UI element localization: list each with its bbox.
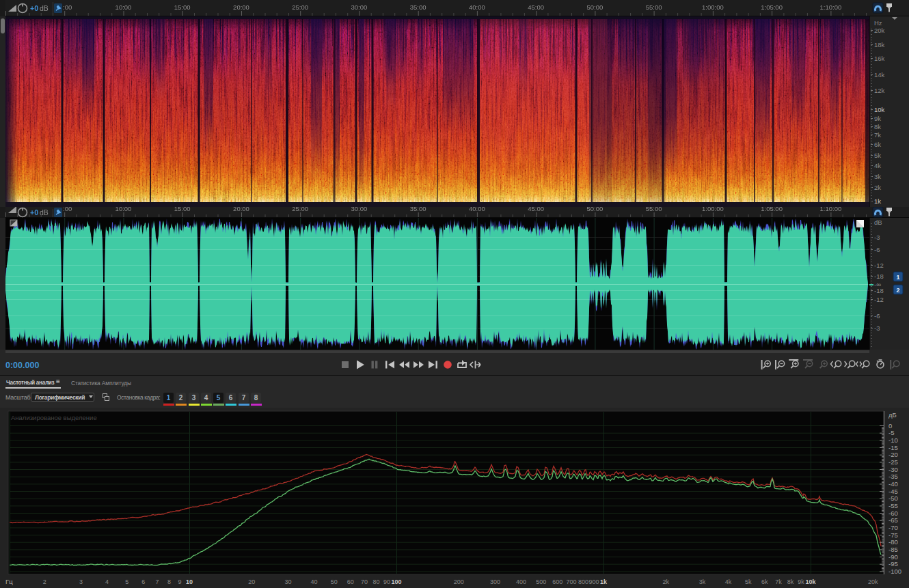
svg-text:Анализированое выделение: Анализированое выделение <box>11 414 97 421</box>
svg-text:10:00: 10:00 <box>116 3 132 11</box>
svg-text:700: 700 <box>567 578 577 585</box>
svg-text:40:00: 40:00 <box>469 3 485 11</box>
svg-text:1:00:00: 1:00:00 <box>702 3 724 11</box>
svg-text:4k: 4k <box>725 578 732 585</box>
svg-text:7: 7 <box>156 578 159 585</box>
svg-text:25:00: 25:00 <box>292 3 308 11</box>
svg-text::00: :00 <box>63 207 72 212</box>
svg-text:-6: -6 <box>874 246 880 253</box>
svg-text:1k: 1k <box>874 197 881 205</box>
svg-text::00: :00 <box>63 3 72 11</box>
svg-text:-95: -95 <box>888 560 898 568</box>
svg-text:8k: 8k <box>787 578 794 585</box>
svg-text:-100: -100 <box>888 568 901 575</box>
svg-text:20k: 20k <box>874 27 885 34</box>
svg-text:1:10:00: 1:10:00 <box>820 3 842 11</box>
svg-text:дБ: дБ <box>888 411 897 419</box>
svg-text:8k: 8k <box>874 123 881 130</box>
svg-text:55:00: 55:00 <box>646 207 662 212</box>
svg-text:dB: dB <box>40 4 49 12</box>
svg-text:80: 80 <box>373 578 380 585</box>
svg-text:5k: 5k <box>874 152 881 159</box>
svg-text:-12: -12 <box>874 296 884 303</box>
svg-text:50: 50 <box>331 578 338 585</box>
svg-text:-3: -3 <box>874 324 880 332</box>
svg-text:6k: 6k <box>874 141 881 148</box>
svg-text:50:00: 50:00 <box>587 3 603 11</box>
svg-text:14k: 14k <box>874 71 885 79</box>
svg-text:2: 2 <box>43 578 46 585</box>
svg-text:-10: -10 <box>888 436 898 444</box>
svg-text:-55: -55 <box>888 502 898 509</box>
svg-text:45:00: 45:00 <box>528 207 544 212</box>
svg-text:-65: -65 <box>888 516 898 524</box>
svg-text:40:00: 40:00 <box>469 207 485 212</box>
svg-text:0:00.000: 0:00.000 <box>5 361 39 370</box>
svg-text:-35: -35 <box>888 473 898 480</box>
svg-text:30:00: 30:00 <box>351 207 368 212</box>
svg-text:-85: -85 <box>888 546 898 553</box>
svg-text:1: 1 <box>896 274 899 281</box>
svg-text:25:00: 25:00 <box>292 207 308 212</box>
svg-text:6: 6 <box>141 578 145 585</box>
svg-text:1:05:00: 1:05:00 <box>761 3 783 11</box>
svg-text:-90: -90 <box>888 553 898 561</box>
svg-text:3k: 3k <box>699 578 706 585</box>
svg-text:5k: 5k <box>745 578 752 585</box>
svg-text:1k: 1k <box>600 578 608 585</box>
svg-text:0: 0 <box>888 422 892 430</box>
svg-text:30:00: 30:00 <box>351 3 368 11</box>
svg-text:4k: 4k <box>874 162 881 169</box>
svg-text:15:00: 15:00 <box>174 3 191 11</box>
svg-text:55:00: 55:00 <box>646 3 662 11</box>
svg-text:18k: 18k <box>874 41 885 48</box>
svg-text:2k: 2k <box>874 184 881 191</box>
svg-text:800: 800 <box>578 578 588 585</box>
svg-text:-3: -3 <box>874 234 880 241</box>
svg-text:500: 500 <box>536 578 546 585</box>
svg-text:30: 30 <box>285 578 292 585</box>
svg-text:-40: -40 <box>888 480 898 488</box>
svg-text:50:00: 50:00 <box>587 207 603 212</box>
svg-text:7k: 7k <box>874 131 881 139</box>
svg-text:10:00: 10:00 <box>116 207 132 212</box>
svg-text:20:00: 20:00 <box>233 3 249 11</box>
svg-text:9k: 9k <box>798 578 804 585</box>
svg-text:+0: +0 <box>30 208 38 216</box>
svg-text:10: 10 <box>186 578 193 585</box>
svg-text:400: 400 <box>516 578 526 585</box>
svg-text:12k: 12k <box>874 87 885 94</box>
svg-text:-60: -60 <box>888 509 898 517</box>
svg-text:10k: 10k <box>874 106 885 113</box>
svg-text:2k: 2k <box>662 578 669 585</box>
svg-text:-75: -75 <box>888 531 898 539</box>
svg-text:9k: 9k <box>874 115 881 122</box>
svg-text:3: 3 <box>79 578 83 585</box>
svg-text:-18: -18 <box>874 287 884 294</box>
svg-text:90: 90 <box>383 578 390 585</box>
svg-text:1:00:00: 1:00:00 <box>702 207 724 212</box>
svg-text:-30: -30 <box>888 466 898 473</box>
svg-text:5: 5 <box>125 578 128 585</box>
svg-text:60: 60 <box>347 578 354 585</box>
svg-text:-20: -20 <box>888 451 898 458</box>
svg-text:-6: -6 <box>874 312 880 320</box>
svg-text:20:00: 20:00 <box>233 207 249 212</box>
svg-text:-45: -45 <box>888 488 898 495</box>
svg-text:-15: -15 <box>888 444 898 451</box>
svg-text:10k: 10k <box>805 578 816 585</box>
svg-text:600: 600 <box>552 578 562 585</box>
svg-text:-25: -25 <box>888 458 898 466</box>
svg-text:-80: -80 <box>888 538 898 546</box>
svg-text:45:00: 45:00 <box>528 3 544 11</box>
svg-text:9: 9 <box>178 578 182 585</box>
svg-text:20k: 20k <box>868 578 878 585</box>
svg-text:2: 2 <box>896 287 899 294</box>
svg-text:-50: -50 <box>888 494 898 502</box>
svg-text:+0: +0 <box>30 4 38 12</box>
svg-text:15:00: 15:00 <box>174 207 191 212</box>
svg-text:900: 900 <box>589 578 599 585</box>
svg-text:4: 4 <box>105 578 109 585</box>
svg-text:-12: -12 <box>874 262 884 269</box>
svg-text:-70: -70 <box>888 524 898 531</box>
